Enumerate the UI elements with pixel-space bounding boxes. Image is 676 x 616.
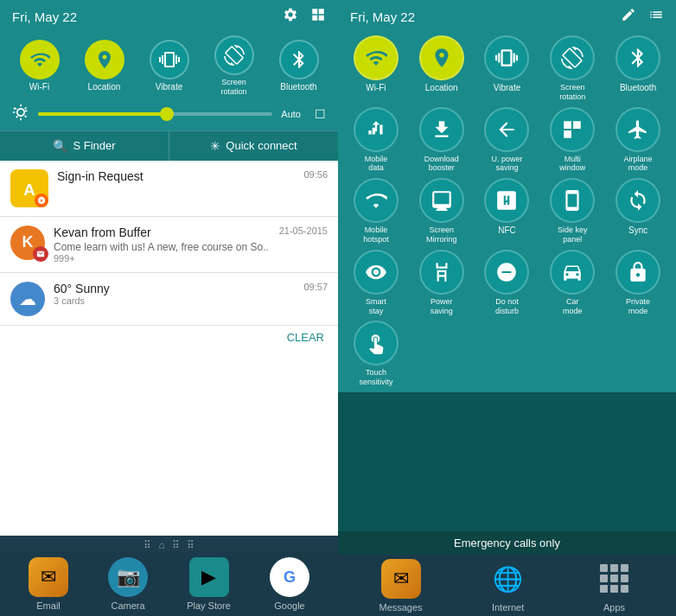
rq-airplane-mode[interactable]: Airplane mode [607, 107, 669, 174]
right-bottom: Emergency calls only ✉ Messages 🌐 Intern… [338, 392, 676, 616]
google-icon-wrap: G [269, 556, 310, 598]
rq-location[interactable]: Location [411, 35, 473, 102]
rq-side-key-panel[interactable]: Side key panel [541, 178, 603, 244]
clear-row: CLEAR [0, 326, 338, 349]
right-header: Fri, May 22 [338, 0, 676, 30]
right-app-apps[interactable]: Apps [594, 558, 635, 613]
brightness-slider[interactable] [38, 112, 272, 116]
rq-wifi[interactable]: Wi-Fi [345, 35, 407, 102]
rq-touch-sensitivity[interactable]: Touch sensitivity [345, 321, 407, 387]
right-panel: Fri, May 22 Wi-Fi [338, 0, 676, 616]
rq-screen-mirroring[interactable]: Screen Mirroring [411, 178, 473, 244]
rq-power-saving[interactable]: Power saving [411, 250, 473, 316]
toggle-location[interactable]: Location [85, 40, 124, 92]
rq-power-saving-label: Power saving [430, 297, 453, 316]
rq-u-power-saving[interactable]: U. power saving [476, 107, 539, 174]
notif-weather[interactable]: ☁ 60° Sunny 3 cards 09:57 [0, 273, 338, 326]
rq-bluetooth[interactable]: Bluetooth [607, 35, 669, 102]
right-app-internet[interactable]: 🌐 Internet [488, 558, 529, 613]
rq-smart-stay-label: Smart stay [366, 297, 386, 316]
wifi-label: Wi-Fi [29, 82, 49, 92]
rq-multi-window[interactable]: Multi window [541, 107, 603, 174]
app-playstore[interactable]: ▶ Play Store [187, 556, 231, 611]
right-quick-grid: Wi-Fi Location Vibrate Screen rotation B… [338, 30, 676, 392]
rq-nfc-circle [484, 178, 529, 223]
right-apps-icon-wrap [594, 558, 635, 600]
notif-signin-body: Sign-in Request [57, 169, 295, 183]
rq-car-mode-label: Car mode [563, 297, 583, 316]
toggle-wifi[interactable]: Wi-Fi [20, 40, 60, 92]
notifications-list: A Sign-in Request 09:56 K Kev [0, 161, 338, 536]
rq-vibrate[interactable]: Vibrate [476, 35, 539, 102]
edit-icon[interactable] [621, 7, 636, 27]
rq-power-saving-circle [419, 250, 464, 295]
email-icon-wrap: ✉ [28, 556, 69, 598]
rq-do-not-disturb[interactable]: Do not disturb [476, 250, 539, 316]
quick-connect-button[interactable]: ✳ Quick connect [169, 131, 338, 161]
right-messages-icon-wrap: ✉ [380, 558, 422, 600]
grid-nav-icon: ⠿ [143, 539, 151, 551]
rq-nfc[interactable]: NFC [476, 178, 539, 244]
rq-sync[interactable]: Sync [607, 178, 669, 244]
auto-toggle-box[interactable]: ☐ [315, 107, 326, 121]
toggle-vibrate[interactable]: Vibrate [150, 40, 189, 92]
quick-connect-label: Quick connect [226, 139, 297, 152]
finder-row: 🔍 S Finder ✳ Quick connect [0, 130, 338, 161]
rq-smart-stay[interactable]: Smart stay [345, 250, 407, 316]
bluetooth-label: Bluetooth [280, 82, 316, 92]
svg-text:A: A [23, 181, 35, 199]
rq-rotation-circle [550, 35, 595, 80]
toggle-screen-rotation[interactable]: Screen rotation [214, 35, 254, 97]
right-internet-icon-wrap: 🌐 [488, 558, 529, 600]
rq-mobile-data[interactable]: Mobile data [345, 107, 407, 174]
settings-icon[interactable] [283, 7, 298, 27]
camera-app-label: Camera [112, 600, 145, 611]
brightness-fill [38, 112, 167, 116]
location-label: Location [88, 82, 121, 92]
rq-private-mode[interactable]: Private mode [607, 250, 669, 316]
left-quick-toggles: Wi-Fi Location Vibrate Screen rotation [0, 30, 338, 100]
list-icon[interactable] [648, 7, 664, 27]
right-apps-app-icon [595, 559, 635, 599]
email-app-icon: ✉ [29, 557, 68, 597]
notif-kevan[interactable]: K Kevan from Buffer Come learn with us! … [0, 217, 338, 273]
rq-nfc-label: NFC [498, 225, 516, 236]
notif-kevan-count: 999+ [54, 253, 271, 264]
brightness-row: Auto ☐ [0, 100, 338, 130]
right-internet-app-icon: 🌐 [488, 559, 528, 599]
rq-mobile-hotspot[interactable]: Mobile hotspot [345, 178, 407, 244]
notif-signin[interactable]: A Sign-in Request 09:56 [0, 161, 338, 217]
rq-rotation[interactable]: Screen rotation [541, 35, 603, 102]
rq-download-booster-label: Download booster [424, 155, 459, 174]
apps-nav-icon: ⠿ [172, 539, 180, 551]
grid-icon[interactable] [310, 7, 326, 27]
rq-car-mode[interactable]: Car mode [541, 250, 603, 316]
right-app-messages[interactable]: ✉ Messages [379, 558, 422, 613]
rotation-label: Screen rotation [220, 78, 246, 97]
s-finder-button[interactable]: 🔍 S Finder [0, 131, 169, 161]
emergency-bar: Emergency calls only [338, 531, 676, 555]
notif-weather-title: 60° Sunny [54, 282, 295, 295]
left-header: Fri, May 22 [0, 0, 338, 30]
right-apps-app-label: Apps [603, 602, 625, 613]
clear-button[interactable]: CLEAR [280, 327, 331, 347]
rq-mobile-data-label: Mobile data [365, 155, 388, 174]
left-date: Fri, May 22 [12, 10, 77, 24]
brightness-thumb [160, 107, 174, 121]
rq-airplane-mode-circle [615, 107, 660, 152]
playstore-app-label: Play Store [187, 600, 231, 611]
notif-kevan-meta: 21-05-2015 [279, 225, 328, 236]
app-email[interactable]: ✉ Email [28, 556, 69, 611]
notif-weather-body: 60° Sunny 3 cards [54, 282, 295, 306]
rq-touch-sensitivity-circle [354, 321, 399, 365]
rq-download-booster[interactable]: Download booster [411, 107, 473, 174]
rq-mobile-hotspot-circle [354, 178, 399, 223]
rq-download-booster-circle [419, 107, 464, 152]
notif-kevan-sub: Come learn with us! A new, free course o… [54, 241, 271, 253]
toggle-bluetooth[interactable]: Bluetooth [279, 40, 319, 92]
app-google[interactable]: G Google [269, 556, 310, 611]
notif-signin-meta: 09:56 [303, 169, 328, 180]
right-messages-app-label: Messages [379, 602, 422, 613]
app-camera[interactable]: 📷 Camera [107, 556, 149, 611]
rq-multi-window-circle [550, 107, 595, 152]
